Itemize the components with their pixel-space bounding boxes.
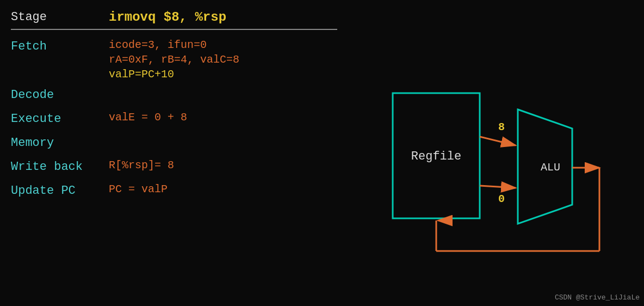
updatepc-content: PC = valP: [109, 183, 168, 195]
memory-label: Memory: [11, 135, 109, 150]
fetch-line-1: icode=3, ifun=0: [109, 39, 239, 51]
decode-label: Decode: [11, 87, 109, 102]
writeback-label: Write back: [11, 159, 109, 174]
writeback-content: R[%rsp]= 8: [109, 159, 174, 172]
stage-instruction: irmovq $8, %rsp: [109, 10, 226, 25]
execute-line-1: valE = 0 + 8: [109, 111, 187, 124]
execute-label: Execute: [11, 111, 109, 126]
right-panel: Regfile ALU 8 0: [348, 0, 644, 306]
writeback-row: Write back R[%rsp]= 8: [11, 156, 337, 180]
stage-label: Stage: [11, 10, 109, 24]
svg-text:0: 0: [498, 193, 505, 205]
svg-line-6: [480, 186, 516, 188]
updatepc-label: Update PC: [11, 183, 109, 198]
execute-content: valE = 0 + 8: [109, 111, 187, 124]
execute-row: Execute valE = 0 + 8: [11, 108, 337, 132]
writeback-line-1: R[%rsp]= 8: [109, 159, 174, 172]
updatepc-line-1: PC = valP: [109, 183, 168, 195]
diagram-svg: Regfile ALU 8 0: [366, 39, 627, 278]
left-panel: Stage irmovq $8, %rsp Fetch icode=3, ifu…: [0, 0, 348, 306]
memory-row: Memory: [11, 132, 337, 156]
updatepc-row: Update PC PC = valP: [11, 180, 337, 204]
svg-text:Regfile: Regfile: [411, 150, 461, 163]
main-container: Stage irmovq $8, %rsp Fetch icode=3, ifu…: [0, 0, 644, 306]
fetch-row: Fetch icode=3, ifun=0 rA=0xF, rB=4, valC…: [11, 35, 337, 84]
fetch-content: icode=3, ifun=0 rA=0xF, rB=4, valC=8 val…: [109, 39, 239, 81]
diagram-area: Regfile ALU 8 0: [366, 39, 627, 278]
svg-line-4: [480, 137, 516, 145]
fetch-line-2: rA=0xF, rB=4, valC=8: [109, 53, 239, 66]
decode-row: Decode: [11, 84, 337, 108]
svg-text:8: 8: [498, 121, 505, 133]
fetch-label: Fetch: [11, 39, 109, 53]
svg-text:ALU: ALU: [541, 161, 560, 174]
stage-row: Stage irmovq $8, %rsp: [11, 5, 337, 30]
fetch-line-3: valP=PC+10: [109, 68, 239, 81]
watermark: CSDN @Strive_LiJiaLe: [555, 293, 640, 302]
